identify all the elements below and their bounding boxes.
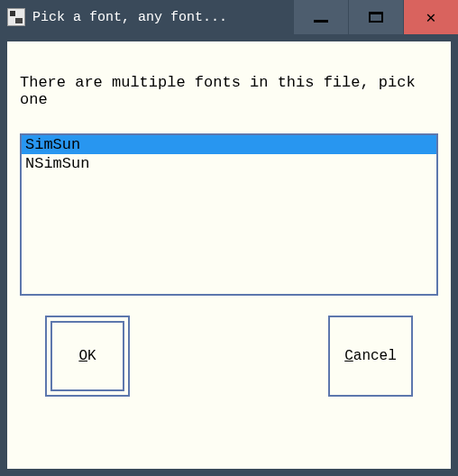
titlebar: Pick a font, any font... ✕ xyxy=(0,0,458,34)
titlebar-buttons: ✕ xyxy=(293,0,458,34)
dialog-panel: There are multiple fonts in this file, p… xyxy=(7,41,451,469)
list-item[interactable]: NSimSun xyxy=(22,154,436,173)
font-listbox[interactable]: SimSun NSimSun xyxy=(20,133,438,296)
maximize-button[interactable] xyxy=(349,0,403,34)
ok-mnemonic: O xyxy=(78,348,87,364)
dialog-button-row: OK Cancel xyxy=(20,316,438,404)
window-body: There are multiple fonts in this file, p… xyxy=(0,34,458,476)
minimize-icon xyxy=(314,20,328,23)
ok-button[interactable]: OK xyxy=(45,316,130,397)
close-icon: ✕ xyxy=(426,7,436,27)
list-item[interactable]: SimSun xyxy=(22,135,436,154)
dialog-prompt: There are multiple fonts in this file, p… xyxy=(20,74,438,108)
cancel-rest: ancel xyxy=(353,348,397,364)
app-icon xyxy=(7,8,25,26)
window-frame: Pick a font, any font... ✕ There are mul… xyxy=(0,0,458,476)
close-button[interactable]: ✕ xyxy=(404,0,458,34)
cancel-button[interactable]: Cancel xyxy=(328,316,413,397)
cancel-mnemonic: C xyxy=(344,348,353,364)
maximize-icon xyxy=(369,12,383,23)
titlebar-left: Pick a font, any font... xyxy=(0,8,293,26)
minimize-button[interactable] xyxy=(294,0,348,34)
ok-rest: K xyxy=(87,348,96,364)
window-title: Pick a font, any font... xyxy=(32,10,227,25)
